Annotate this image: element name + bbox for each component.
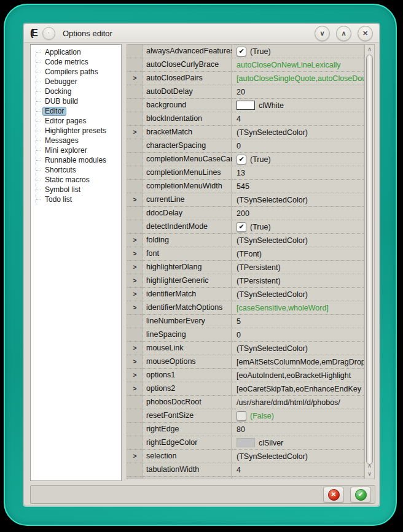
property-value[interactable]: (TSynSelectedColor) bbox=[232, 193, 364, 207]
property-name[interactable]: ddocDelay bbox=[143, 207, 232, 220]
property-value[interactable]: (TSynSelectedColor) bbox=[232, 234, 364, 247]
sidebar-item-debugger[interactable]: Debugger bbox=[31, 77, 121, 87]
property-name[interactable]: font bbox=[143, 247, 232, 261]
property-value[interactable]: 13 bbox=[232, 166, 364, 180]
property-name[interactable]: bracketMatch bbox=[143, 126, 232, 139]
titlebar[interactable]: (E · Options editor ∨ ∧ ✕ bbox=[24, 24, 379, 43]
vertical-scrollbar[interactable]: ∧ ∧ ∨ bbox=[364, 44, 375, 479]
expand-arrow-icon[interactable]: > bbox=[127, 234, 143, 247]
sidebar-item-highlighter-presets[interactable]: Highlighter presets bbox=[31, 126, 121, 136]
checkbox-checked-icon[interactable]: ✔ bbox=[237, 222, 246, 232]
maximize-button[interactable]: ∧ bbox=[336, 26, 351, 41]
property-value[interactable]: (TSynSelectedColor) bbox=[232, 288, 364, 301]
property-value[interactable]: ✔(True) bbox=[232, 45, 364, 58]
checkbox-checked-icon[interactable]: ✔ bbox=[237, 47, 246, 56]
property-value[interactable]: 4 bbox=[232, 463, 364, 477]
property-name[interactable]: rightEdgeColor bbox=[143, 436, 232, 450]
sidebar-item-dub-build[interactable]: DUB build bbox=[31, 96, 121, 106]
property-name[interactable]: mouseOptions bbox=[143, 355, 232, 369]
property-value[interactable]: (TPersistent) bbox=[232, 261, 364, 274]
property-name[interactable]: autoCloseCurlyBrace bbox=[143, 58, 232, 72]
property-value[interactable]: /usr/share/dmd/html/d/phobos/ bbox=[232, 396, 364, 409]
property-name[interactable]: characterSpacing bbox=[143, 139, 232, 153]
property-name[interactable]: folding bbox=[143, 234, 232, 247]
property-value[interactable]: 0 bbox=[232, 328, 364, 342]
sidebar-item-application[interactable]: Application bbox=[31, 47, 121, 57]
sidebar-item-static-macros[interactable]: Static macros bbox=[31, 175, 121, 185]
expand-arrow-icon[interactable]: > bbox=[127, 274, 143, 288]
expand-arrow-icon[interactable]: > bbox=[127, 288, 143, 301]
property-name[interactable]: tabulationWidth bbox=[143, 463, 232, 477]
property-value[interactable]: [emAltSetsColumnMode,emDragDrop bbox=[232, 355, 364, 369]
property-value[interactable]: (TSynSelectedColor) bbox=[232, 342, 364, 355]
property-value[interactable]: clWhite bbox=[232, 99, 364, 112]
close-button[interactable]: ✕ bbox=[358, 26, 373, 41]
checkbox-checked-icon[interactable]: ✔ bbox=[237, 155, 246, 164]
property-value[interactable]: autoCloseOnNewLineLexically bbox=[232, 58, 364, 72]
property-name[interactable]: lineNumberEvery bbox=[143, 315, 232, 328]
sidebar-item-mini-explorer[interactable]: Mini explorer bbox=[31, 145, 121, 155]
sidebar-item-todo-list[interactable]: Todo list bbox=[31, 195, 121, 204]
property-name[interactable]: completionMenuLines bbox=[143, 166, 232, 180]
property-value[interactable]: ✔(True) bbox=[232, 220, 364, 234]
property-name[interactable]: resetFontSize bbox=[143, 409, 232, 423]
property-value[interactable]: (TSynSelectedColor) bbox=[232, 450, 364, 463]
scroll-up-icon[interactable]: ∧ bbox=[365, 462, 374, 469]
property-name[interactable]: options1 bbox=[143, 369, 232, 382]
property-name[interactable]: completionMenuCaseCare bbox=[143, 153, 232, 166]
color-swatch[interactable] bbox=[237, 101, 255, 110]
property-value[interactable]: (TPersistent) bbox=[232, 274, 364, 288]
property-name[interactable]: options2 bbox=[143, 382, 232, 396]
property-value[interactable]: [eoCaretSkipTab,eoEnhanceEndKey bbox=[232, 382, 364, 396]
property-value[interactable]: (False) bbox=[232, 409, 364, 423]
property-name[interactable]: mouseLink bbox=[143, 342, 232, 355]
checkbox-unchecked-icon[interactable] bbox=[237, 411, 246, 421]
property-name[interactable]: lineSpacing bbox=[143, 328, 232, 342]
property-value[interactable]: 20 bbox=[232, 85, 364, 99]
expand-arrow-icon[interactable]: > bbox=[127, 382, 143, 396]
accept-button[interactable]: ✔ bbox=[350, 487, 371, 503]
property-value[interactable]: 80 bbox=[232, 423, 364, 436]
sidebar-item-runnable-modules[interactable]: Runnable modules bbox=[31, 155, 121, 165]
expand-arrow-icon[interactable]: > bbox=[127, 450, 143, 463]
property-name[interactable]: detectIndentMode bbox=[143, 220, 232, 234]
property-name[interactable]: highlighterDlang bbox=[143, 261, 232, 274]
titlebar-menu-button[interactable]: · bbox=[42, 27, 55, 40]
property-value[interactable] bbox=[232, 477, 364, 479]
property-value[interactable]: [caseSensitive,wholeWord] bbox=[232, 301, 364, 315]
expand-arrow-icon[interactable]: > bbox=[127, 193, 143, 207]
sidebar-item-editor[interactable]: Editor bbox=[31, 106, 121, 116]
expand-arrow-icon[interactable]: > bbox=[127, 247, 143, 261]
expand-arrow-icon[interactable]: > bbox=[127, 261, 143, 274]
expand-arrow-icon[interactable]: > bbox=[127, 342, 143, 355]
property-value[interactable]: [eoAutoIndent,eoBracketHighlight bbox=[232, 369, 364, 382]
property-value[interactable]: 200 bbox=[232, 207, 364, 220]
sidebar-item-symbol-list[interactable]: Symbol list bbox=[31, 185, 121, 195]
scroll-down-icon[interactable]: ∨ bbox=[365, 470, 374, 477]
property-value[interactable]: ✔(True) bbox=[232, 153, 364, 166]
property-name[interactable]: currentLine bbox=[143, 193, 232, 207]
property-name[interactable]: rightEdge bbox=[143, 423, 232, 436]
property-value[interactable]: 5 bbox=[232, 315, 364, 328]
property-name[interactable]: alwaysAdvancedFeatures bbox=[143, 45, 232, 58]
sidebar-item-editor-pages[interactable]: Editor pages bbox=[31, 116, 121, 126]
property-name[interactable]: autoClosedPairs bbox=[143, 72, 232, 85]
minimize-button[interactable]: ∨ bbox=[315, 26, 330, 41]
property-name[interactable]: blockIndentation bbox=[143, 112, 232, 126]
property-value[interactable]: 4 bbox=[232, 112, 364, 126]
property-name[interactable]: completionMenuWidth bbox=[143, 180, 232, 193]
property-value[interactable]: 545 bbox=[232, 180, 364, 193]
property-name[interactable]: identifierMatchOptions bbox=[143, 301, 232, 315]
property-name[interactable]: selection bbox=[143, 450, 232, 463]
color-swatch[interactable] bbox=[237, 438, 255, 447]
property-value[interactable]: (TFont) bbox=[232, 247, 364, 261]
sidebar-item-docking[interactable]: Docking bbox=[31, 87, 121, 96]
property-name[interactable]: highlighterGeneric bbox=[143, 274, 232, 288]
sidebar-item-code-metrics[interactable]: Code metrics bbox=[31, 57, 121, 67]
expand-arrow-icon[interactable]: > bbox=[127, 355, 143, 369]
scrollbar-thumb[interactable] bbox=[366, 55, 373, 465]
cancel-button[interactable]: ✕ bbox=[323, 487, 344, 503]
expand-arrow-icon[interactable]: > bbox=[127, 72, 143, 85]
expand-arrow-icon[interactable]: > bbox=[127, 369, 143, 382]
property-name[interactable]: identifierMatch bbox=[143, 288, 232, 301]
